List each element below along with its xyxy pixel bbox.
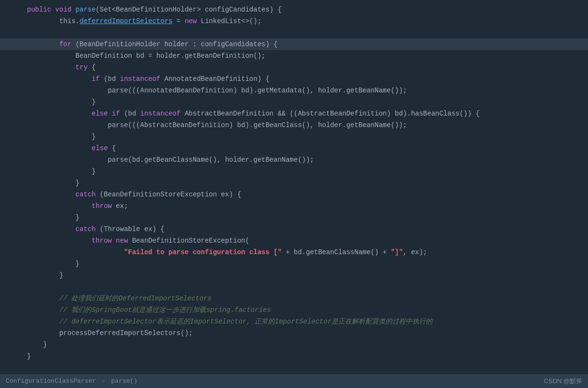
- token-plain: (Throwable ex) {: [96, 225, 165, 233]
- token-plain: parse(((AbstractBeanDefinition) bd).getB…: [27, 121, 407, 129]
- line-content: }: [23, 166, 588, 177]
- table-row: }: [0, 339, 588, 350]
- token-comment-it: spring.factories: [206, 306, 270, 314]
- table-row: }: [0, 270, 588, 281]
- token-plain: LinkedList<>();: [197, 17, 261, 25]
- token-str: "Failed to parse configuration class [": [27, 248, 281, 256]
- line-content: public void parse(Set<BeanDefinitionHold…: [23, 4, 588, 15]
- line-content: }: [23, 270, 588, 281]
- table-row: }: [0, 350, 588, 362]
- token-comment: , 正常的: [246, 318, 275, 325]
- table-row: this.deferredImportSelectors = new Linke…: [0, 15, 588, 27]
- line-content: this.deferredImportSelectors = new Linke…: [23, 15, 588, 27]
- line-content: parse(bd.getBeanClassName(), holder.getB…: [23, 154, 588, 166]
- breadcrumb-class: ConfigurationClassParser: [6, 377, 96, 385]
- code-content: public void parse(Set<BeanDefinitionHold…: [0, 0, 588, 366]
- token-fn: parse: [76, 6, 96, 13]
- token-plain: (bd: [120, 110, 140, 117]
- token-kw: for: [59, 40, 71, 48]
- token-plain: this.: [27, 17, 79, 25]
- token-plain: }: [27, 214, 79, 221]
- code-editor: public void parse(Set<BeanDefinitionHold…: [0, 0, 588, 374]
- line-content: }: [23, 177, 588, 189]
- token-kw: throw: [91, 202, 112, 210]
- token-plain: }: [27, 341, 47, 349]
- line-content: parse(((AbstractBeanDefinition) bd).getB…: [23, 119, 588, 131]
- breadcrumb-separator: ›: [102, 377, 105, 385]
- token-comment-it: ImportSelector: [190, 318, 247, 325]
- token-comment: 是正在解析配置类的过程中执行的: [332, 318, 433, 325]
- token-plain: (Set<BeanDefinitionHolder> configCandida…: [96, 6, 281, 13]
- line-content: catch (BeanDefinitionStoreException ex) …: [23, 189, 588, 200]
- token-plain: }: [27, 179, 79, 187]
- token-plain: }: [27, 98, 96, 106]
- breadcrumb: ConfigurationClassParser › parse(): [6, 377, 138, 385]
- token-plain: (BeanDefinitionStoreException ex) {: [96, 191, 241, 198]
- table-row: [0, 281, 588, 293]
- token-plain: parse(bd.getBeanClassName(), holder.getB…: [27, 156, 314, 164]
- table-row: parse(((AnnotatedBeanDefinition) bd).get…: [0, 85, 588, 96]
- line-content: for (BeanDefinitionHolder holder : confi…: [23, 39, 588, 50]
- line-content: // deferreImportSelector表示延迟的ImportSelec…: [23, 316, 588, 327]
- token-kw: try: [76, 64, 88, 71]
- token-kw: public: [27, 6, 51, 13]
- table-row: }: [0, 166, 588, 177]
- token-plain: ex;: [112, 202, 128, 210]
- status-bar: ConfigurationClassParser › parse() CSDN …: [0, 374, 588, 388]
- table-row: BeanDefinition bd = holder.getBeanDefini…: [0, 50, 588, 62]
- line-content: catch (Throwable ex) {: [23, 223, 588, 235]
- token-kw: else: [91, 144, 108, 152]
- token-plain: AbstractBeanDefinition && ((AbstractBean…: [180, 110, 480, 117]
- line-content: parse(((AnnotatedBeanDefinition) bd).get…: [23, 85, 588, 96]
- table-row: }: [0, 131, 588, 142]
- token-plain: processDeferredImportSelectors();: [27, 329, 192, 337]
- token-plain: }: [27, 352, 31, 360]
- token-plain: [112, 237, 115, 245]
- token-kw: instanceof: [140, 110, 180, 117]
- token-str: "]": [391, 248, 403, 256]
- table-row: // 处理我们延时的DeferredImportSelectors: [0, 293, 588, 304]
- token-kw: new: [185, 17, 197, 25]
- line-content: }: [23, 339, 588, 350]
- token-plain: [27, 110, 91, 117]
- table-row: catch (Throwable ex) {: [0, 223, 588, 235]
- token-comment-it: // deferreImportSelector: [27, 318, 156, 325]
- line-content: try {: [23, 62, 588, 73]
- token-plain: , ex);: [403, 248, 427, 256]
- token-comment: // 我们的: [27, 306, 91, 314]
- token-plain: }: [27, 272, 64, 279]
- token-plain: [27, 144, 91, 152]
- token-plain: parse(((AnnotatedBeanDefinition) bd).get…: [27, 87, 407, 94]
- token-plain: =: [172, 17, 184, 25]
- table-row: }: [0, 212, 588, 223]
- table-row: // deferreImportSelector表示延迟的ImportSelec…: [0, 316, 588, 327]
- line-content: "Failed to parse configuration class [" …: [23, 246, 588, 258]
- line-content: // 处理我们延时的DeferredImportSelectors: [23, 293, 588, 304]
- token-plain: }: [27, 260, 79, 268]
- table-row: else if (bd instanceof AbstractBeanDefin…: [0, 108, 588, 119]
- table-row: processDeferredImportSelectors();: [0, 327, 588, 339]
- token-kw: throw: [91, 237, 112, 245]
- line-content: throw ex;: [23, 200, 588, 212]
- token-plain: (bd: [100, 75, 120, 83]
- table-row: }: [0, 177, 588, 189]
- table-row: if (bd instanceof AnnotatedBeanDefinitio…: [0, 73, 588, 85]
- table-row: }: [0, 96, 588, 108]
- table-row: catch (BeanDefinitionStoreException ex) …: [0, 189, 588, 200]
- token-comment-it: ImportSelector: [275, 318, 332, 325]
- line-content: else if (bd instanceof AbstractBeanDefin…: [23, 108, 588, 119]
- token-comment-it: DeferredImportSelectors: [118, 295, 211, 302]
- token-kw: catch: [76, 191, 96, 198]
- line-content: }: [23, 350, 588, 362]
- line-content: }: [23, 96, 588, 108]
- token-kw: catch: [76, 225, 96, 233]
- line-content: [23, 281, 588, 293]
- token-plain: {: [88, 64, 96, 71]
- line-content: else {: [23, 142, 588, 154]
- token-plain: AnnotatedBeanDefinition) {: [160, 75, 269, 83]
- table-row: try {: [0, 62, 588, 73]
- line-content: throw new BeanDefinitionStoreException(: [23, 235, 588, 246]
- line-content: }: [23, 258, 588, 270]
- line-content: [23, 27, 588, 39]
- table-row: public void parse(Set<BeanDefinitionHold…: [0, 4, 588, 15]
